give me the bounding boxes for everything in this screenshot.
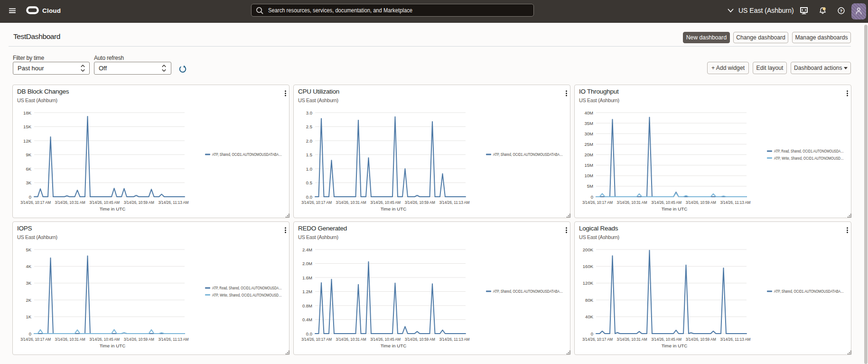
svg-text:0: 0 [591,331,593,336]
svg-text:3K: 3K [26,180,31,185]
svg-text:3/14/26, 10:31 AM: 3/14/26, 10:31 AM [336,336,366,342]
svg-text:3/14/26, 11:13 AM: 3/14/26, 11:13 AM [720,336,750,342]
svg-text:15K: 15K [23,124,32,129]
svg-text:ATP, Write, Shared, OCID1.AUTO: ATP, Write, Shared, OCID1.AUTONOMOUSD… [212,293,282,297]
svg-text:ATP, Read, Shared, OCID1.AUTON: ATP, Read, Shared, OCID1.AUTONOMOUSDA… [212,286,282,290]
svg-text:2.0: 2.0 [306,138,312,144]
svg-text:5M: 5M [587,183,593,189]
svg-text:3/14/26, 10:31 AM: 3/14/26, 10:31 AM [55,336,85,342]
svg-text:2.5: 2.5 [306,124,312,129]
svg-text:3/14/26, 10:45 AM: 3/14/26, 10:45 AM [651,336,681,342]
svg-text:1.6M: 1.6M [302,275,312,280]
svg-text:3/14/26, 10:31 AM: 3/14/26, 10:31 AM [55,200,85,205]
svg-text:3/14/26, 10:17 AM: 3/14/26, 10:17 AM [301,200,332,205]
svg-text:Time in UTC: Time in UTC [662,206,688,211]
svg-text:200K: 200K [583,247,594,252]
svg-text:0.8M: 0.8M [302,303,312,308]
svg-text:1K: 1K [26,314,31,319]
svg-text:35M: 35M [585,121,594,126]
svg-text:3/14/26, 10:17 AM: 3/14/26, 10:17 AM [20,336,51,342]
svg-text:2K: 2K [26,297,31,303]
svg-text:20M: 20M [585,152,594,157]
svg-text:0: 0 [29,194,31,200]
svg-text:120K: 120K [583,280,594,286]
svg-text:0: 0 [29,331,31,336]
svg-text:Time in UTC: Time in UTC [100,206,126,211]
svg-text:0.5: 0.5 [306,180,312,185]
svg-text:Time in UTC: Time in UTC [662,343,688,348]
svg-text:Time in UTC: Time in UTC [100,343,126,348]
svg-text:3/14/26, 11:13 AM: 3/14/26, 11:13 AM [439,200,469,205]
svg-text:0.0: 0.0 [306,331,312,336]
svg-text:10M: 10M [585,173,594,178]
svg-text:1.5: 1.5 [306,152,312,157]
svg-text:3.0: 3.0 [306,110,312,115]
svg-text:ATP, Shared, OCID1.AUTONOMOUSD: ATP, Shared, OCID1.AUTONOMOUSDATABA… [212,152,282,157]
svg-text:15M: 15M [585,163,594,168]
svg-text:6K: 6K [26,166,31,172]
svg-text:0: 0 [591,194,593,200]
svg-text:3/14/26, 10:45 AM: 3/14/26, 10:45 AM [651,200,681,205]
svg-text:3/14/26, 11:13 AM: 3/14/26, 11:13 AM [158,200,188,205]
svg-text:1.2M: 1.2M [302,289,312,294]
svg-text:ATP, Shared, OCID1.AUTONOMOUSD: ATP, Shared, OCID1.AUTONOMOUSDATABA… [774,289,844,294]
svg-text:3/14/26, 10:17 AM: 3/14/26, 10:17 AM [301,336,332,342]
svg-text:2.4M: 2.4M [302,247,312,252]
svg-text:3/14/26, 10:17 AM: 3/14/26, 10:17 AM [582,336,613,342]
svg-text:3/14/26, 10:59 AM: 3/14/26, 10:59 AM [405,336,435,342]
svg-text:3K: 3K [26,280,31,286]
svg-text:3/14/26, 10:45 AM: 3/14/26, 10:45 AM [89,200,120,205]
svg-text:ATP, Read, Shared, OCID1.AUTON: ATP, Read, Shared, OCID1.AUTONOMOUSDA… [774,149,844,153]
svg-text:1.0: 1.0 [306,166,312,172]
svg-text:5K: 5K [26,247,31,252]
svg-text:3/14/26, 10:45 AM: 3/14/26, 10:45 AM [370,336,401,342]
svg-text:3/14/26, 11:13 AM: 3/14/26, 11:13 AM [439,336,469,342]
svg-text:?: ? [840,8,843,13]
svg-text:3/14/26, 10:59 AM: 3/14/26, 10:59 AM [405,200,435,205]
svg-text:3/14/26, 10:59 AM: 3/14/26, 10:59 AM [124,200,154,205]
svg-text:4K: 4K [26,264,31,269]
svg-text:3/14/26, 11:13 AM: 3/14/26, 11:13 AM [158,336,188,342]
svg-text:ATP, Shared, OCID1.AUTONOMOUSD: ATP, Shared, OCID1.AUTONOMOUSDATABA… [493,289,563,294]
svg-text:ATP, Shared, OCID1.AUTONOMOUSD: ATP, Shared, OCID1.AUTONOMOUSDATABA… [493,152,563,157]
svg-text:3/14/26, 10:31 AM: 3/14/26, 10:31 AM [617,336,647,342]
svg-text:3/14/26, 10:59 AM: 3/14/26, 10:59 AM [124,336,154,342]
svg-text:160K: 160K [583,264,594,269]
svg-text:ATP, Write, Shared, OCID1.AUTO: ATP, Write, Shared, OCID1.AUTONOMOUSD… [774,156,844,161]
svg-text:Time in UTC: Time in UTC [381,343,407,348]
svg-text:0.0: 0.0 [306,194,312,200]
svg-text:3/14/26, 11:13 AM: 3/14/26, 11:13 AM [720,200,750,205]
svg-text:Search resources, services, do: Search resources, services, documentatio… [268,7,412,14]
svg-text:3/14/26, 10:17 AM: 3/14/26, 10:17 AM [582,200,613,205]
svg-text:0.4M: 0.4M [302,317,312,322]
svg-text:3/14/26, 10:45 AM: 3/14/26, 10:45 AM [89,336,120,342]
svg-text:30M: 30M [585,131,594,136]
svg-text:3/14/26, 10:59 AM: 3/14/26, 10:59 AM [686,200,716,205]
svg-text:12K: 12K [23,138,32,144]
svg-text:3/14/26, 10:45 AM: 3/14/26, 10:45 AM [370,200,401,205]
svg-text:25M: 25M [585,142,594,147]
svg-text:3/14/26, 10:59 AM: 3/14/26, 10:59 AM [686,336,716,342]
svg-text:40K: 40K [585,314,594,319]
svg-text:18K: 18K [23,110,32,115]
svg-text:3/14/26, 10:31 AM: 3/14/26, 10:31 AM [617,200,647,205]
svg-text:40M: 40M [585,110,594,115]
svg-text:9K: 9K [26,152,31,157]
svg-text:2.0M: 2.0M [302,261,312,266]
svg-text:Time in UTC: Time in UTC [381,206,407,211]
svg-text:80K: 80K [585,297,594,303]
svg-text:3/14/26, 10:31 AM: 3/14/26, 10:31 AM [336,200,366,205]
svg-text:3/14/26, 10:17 AM: 3/14/26, 10:17 AM [20,200,51,205]
